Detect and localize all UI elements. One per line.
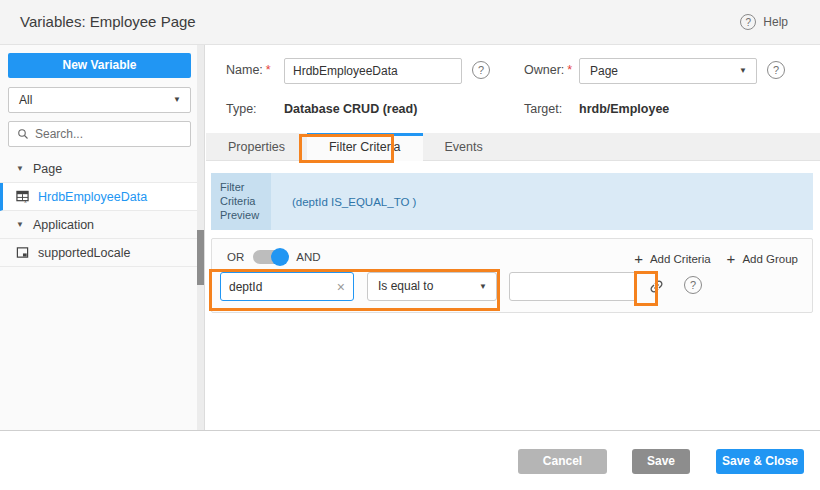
or-and-toggle[interactable]: [253, 250, 287, 264]
tree-group-application[interactable]: ▼ Application: [0, 211, 197, 239]
dialog-header: Variables: Employee Page ? Help: [0, 0, 820, 45]
add-group-button[interactable]: + Add Group: [727, 250, 798, 267]
new-variable-button[interactable]: New Variable: [8, 53, 191, 78]
criteria-operator-dropdown[interactable]: Is equal to ▼: [367, 272, 497, 301]
sidebar-scrollbar-thumb[interactable]: [197, 230, 204, 285]
plus-icon: +: [727, 250, 736, 267]
variable-filter-value: All: [19, 93, 32, 107]
variable-search-box[interactable]: [8, 121, 191, 147]
owner-help-icon[interactable]: ?: [767, 61, 785, 79]
tree-group-label: Application: [33, 218, 94, 232]
tab-events[interactable]: Events: [423, 133, 505, 161]
criteria-field-input[interactable]: [229, 280, 337, 294]
name-field[interactable]: [284, 58, 462, 84]
owner-dropdown[interactable]: Page ▼: [579, 58, 757, 84]
chevron-down-icon: ▼: [739, 59, 747, 83]
variables-dialog: Variables: Employee Page ? Help New Vari…: [0, 0, 820, 490]
required-marker: *: [266, 63, 271, 77]
page-title: Variables: Employee Page: [20, 13, 196, 30]
tree-item-supportedlocale[interactable]: supportedLocale: [0, 239, 197, 267]
locale-variable-icon: [16, 246, 29, 259]
variable-filter-dropdown[interactable]: All ▼: [8, 87, 191, 113]
preview-expression: (deptId IS_EQUAL_TO ): [271, 173, 813, 230]
type-value: Database CRUD (read): [284, 102, 417, 116]
dialog-footer: Cancel Save Save & Close: [0, 430, 820, 490]
sidebar-scrollbar-track: [197, 45, 204, 430]
criteria-operator-value: Is equal to: [378, 279, 433, 293]
add-group-label: Add Group: [742, 253, 798, 265]
link-icon: [644, 274, 668, 298]
help-icon: ?: [740, 14, 756, 30]
tree-item-label: HrdbEmployeeData: [38, 190, 147, 204]
expander-icon[interactable]: ▼: [16, 220, 24, 229]
logic-toggle-row: OR AND: [227, 250, 321, 264]
preview-label: Filter Criteria Preview: [211, 173, 271, 230]
variables-tree: ▼ Page x HrdbEmployeeData ▼ Application: [0, 155, 197, 267]
help-button[interactable]: ? Help: [740, 14, 788, 30]
save-and-close-button[interactable]: Save & Close: [716, 449, 804, 474]
variable-detail-panel: Name:* ? Owner:* Page ▼ ? Type: Database…: [206, 45, 820, 430]
name-label: Name:*: [226, 63, 271, 77]
cancel-button[interactable]: Cancel: [518, 449, 607, 474]
search-icon: [17, 128, 29, 140]
bind-value-button[interactable]: [645, 275, 667, 297]
tab-properties[interactable]: Properties: [206, 133, 307, 161]
and-label: AND: [296, 251, 320, 263]
add-criteria-label: Add Criteria: [650, 253, 711, 265]
tree-item-hrdbemployeedata[interactable]: x HrdbEmployeeData: [0, 183, 197, 211]
add-criteria-button[interactable]: + Add Criteria: [634, 250, 710, 267]
chevron-down-icon: ▼: [479, 273, 487, 300]
filter-criteria-editor: OR AND + Add Criteria + Add Group ×: [211, 238, 813, 313]
criteria-help-icon[interactable]: ?: [684, 276, 702, 294]
criteria-field-box: ×: [220, 272, 354, 301]
owner-label: Owner:*: [524, 63, 572, 77]
tree-group-label: Page: [33, 162, 62, 176]
tab-filter-criteria[interactable]: Filter Criteria: [307, 133, 423, 161]
plus-icon: +: [634, 250, 643, 267]
database-variable-icon: x: [16, 190, 29, 203]
variables-sidebar: New Variable All ▼ ▼ Page: [0, 45, 205, 430]
toggle-knob: [271, 248, 289, 266]
or-label: OR: [227, 251, 244, 263]
clear-icon[interactable]: ×: [337, 280, 345, 294]
type-label: Type:: [226, 102, 257, 116]
required-marker: *: [567, 63, 572, 77]
tree-group-page[interactable]: ▼ Page: [0, 155, 197, 183]
criteria-value-input[interactable]: [509, 272, 637, 301]
owner-value: Page: [590, 64, 618, 78]
detail-tabbar: Properties Filter Criteria Events: [206, 133, 820, 161]
target-value: hrdb/Employee: [579, 102, 669, 116]
add-actions: + Add Criteria + Add Group: [634, 250, 798, 267]
target-label: Target:: [524, 102, 562, 116]
tree-item-label: supportedLocale: [38, 246, 130, 260]
name-help-icon[interactable]: ?: [472, 61, 490, 79]
expander-icon[interactable]: ▼: [16, 164, 24, 173]
save-button[interactable]: Save: [632, 449, 690, 474]
search-input[interactable]: [35, 127, 175, 141]
chevron-down-icon: ▼: [173, 88, 181, 112]
help-label: Help: [763, 15, 788, 29]
filter-criteria-preview: Filter Criteria Preview (deptId IS_EQUAL…: [211, 173, 813, 230]
